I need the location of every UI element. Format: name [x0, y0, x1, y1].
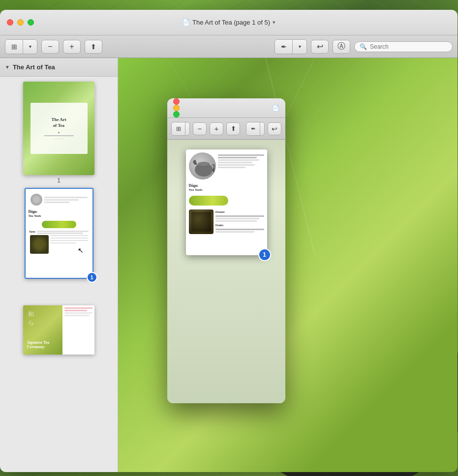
thumbnail-page-1[interactable]: The Artof Tea ✦ — — — — 1	[23, 82, 94, 184]
inner-cline-1	[215, 229, 264, 230]
second-share-icon: ⬆	[231, 125, 236, 132]
zoom-in-icon: +	[69, 42, 74, 51]
close-button[interactable]	[7, 19, 13, 26]
cover-subtitle-text: ✦	[58, 131, 60, 134]
inner-bottom-content: Chawan Chakin	[189, 209, 264, 234]
thumb2-text-line-2	[44, 199, 79, 201]
sidebar-toggle-group: ⊞ ▾	[5, 39, 37, 54]
page-1-thumbnail[interactable]: The Artof Tea ✦ — — — —	[23, 82, 94, 175]
thumbnail-list: The Artof Tea ✦ — — — — 1	[0, 77, 118, 359]
japanese-tea-title-text: Japanese TeaCeremony	[27, 340, 49, 350]
inner-cline-2	[215, 231, 254, 233]
pen-chevron-icon: ▾	[299, 44, 301, 49]
search-box[interactable]: 🔍	[354, 41, 453, 52]
page-1-label: 1	[57, 177, 61, 184]
thumb2-header	[29, 192, 90, 208]
second-page-badge: 1	[258, 248, 271, 261]
thumb2-title-area: Dōgu: Tea Tools	[29, 208, 90, 219]
second-sidebar-toggle[interactable]: ⊞	[172, 122, 185, 135]
sidebar-dropdown-button[interactable]: ▾	[23, 40, 37, 54]
jt-line-1	[64, 307, 92, 309]
thumb2-detail-rows: Kama	[29, 230, 90, 235]
second-inner-thumbnail[interactable]: Dōgu: Tea Tools Chawan Chakin	[186, 149, 267, 255]
second-zoom-in-icon: +	[214, 124, 219, 133]
fullscreen-button[interactable]	[28, 19, 34, 26]
cover-line	[44, 135, 74, 136]
thumb2-body	[29, 235, 90, 254]
second-pen-icon: ✒	[251, 125, 256, 132]
pen-button[interactable]: ✒	[275, 40, 293, 54]
sidebar-toggle-button[interactable]: ⊞	[5, 40, 23, 54]
jt-line-2	[64, 310, 87, 311]
jt-line-4	[64, 315, 90, 316]
inner-line-5	[218, 164, 255, 166]
second-zoom-out[interactable]: −	[193, 122, 207, 135]
inner-bline-3	[215, 220, 257, 222]
pen-dropdown-button[interactable]: ▾	[293, 40, 306, 54]
thumb2-section-line-2	[37, 233, 83, 234]
second-share[interactable]: ⬆	[226, 122, 240, 135]
thumb2-text-line-1	[44, 197, 88, 198]
search-icon: 🔍	[360, 43, 367, 50]
thumb2-text-line-3	[44, 202, 70, 203]
second-pen-dropdown[interactable]: ▾	[260, 122, 265, 135]
cover-title-text: The Artof Tea	[51, 117, 66, 128]
sidebar-header: ▼ The Art of Tea	[0, 58, 118, 77]
second-title-doc-icon: 📄	[272, 105, 279, 112]
second-zoom-in[interactable]: +	[210, 122, 223, 135]
main-toolbar: ⊞ ▾ − + ⬆ ✒ ▾ ↩	[0, 35, 458, 58]
inner-dogu-subtitle: Tea Tools	[189, 188, 264, 192]
document-icon: 📄	[182, 19, 190, 26]
inner-text-lines	[218, 152, 264, 179]
cover-author-text: — — — —	[54, 137, 63, 140]
inner-line-6	[218, 167, 245, 168]
second-doc-icon: 📄	[272, 105, 279, 112]
inner-spoon	[189, 196, 228, 206]
inner-thumb-top	[189, 152, 264, 179]
sidebar-collapse-icon[interactable]: ▼	[5, 64, 10, 70]
main-titlebar: 📄 The Art of Tea (page 1 of 5) ▾	[0, 10, 458, 35]
share-button[interactable]: ⬆	[85, 40, 102, 54]
zoom-in-button[interactable]: +	[63, 40, 81, 54]
page-1-cover: The Artof Tea ✦ — — — —	[31, 103, 88, 154]
search-input[interactable]	[370, 43, 447, 50]
inner-teapot-svg	[190, 154, 214, 178]
second-titlebar: 📄	[167, 98, 285, 118]
rotate-button[interactable]: ↩	[311, 40, 329, 54]
second-pen-button[interactable]: ✒	[246, 122, 260, 135]
thumb2-col-line-1	[50, 235, 88, 236]
thumb2-col-line-3	[50, 240, 88, 241]
inner-jar-inner	[191, 212, 211, 232]
second-close-button[interactable]	[173, 98, 180, 105]
thumbnail-page-2[interactable]: Dōgu: Tea Tools Kama	[25, 188, 93, 279]
page-3-thumbnail[interactable]: Japanese TeaCeremony 和ら	[23, 305, 94, 355]
window-title: 📄 The Art of Tea (page 1 of 5) ▾	[182, 19, 275, 26]
sidebar: ▼ The Art of Tea The Artof Tea ✦ — — — —…	[0, 58, 118, 472]
share-icon: ⬆	[91, 43, 96, 51]
thumb2-section-label: Kama	[30, 231, 35, 233]
title-dropdown-arrow[interactable]: ▾	[273, 19, 275, 26]
second-fullscreen-button[interactable]	[173, 111, 180, 118]
second-pen-group: ✒ ▾	[246, 122, 265, 136]
second-rotate[interactable]: ↩	[268, 122, 281, 135]
minimize-button[interactable]	[17, 19, 24, 26]
svg-point-15	[198, 162, 210, 166]
inner-line-1	[218, 154, 264, 156]
inner-chawan-label: Chawan	[215, 210, 264, 213]
inner-line-4	[218, 162, 253, 163]
japanese-tea-bg: Japanese TeaCeremony 和ら	[23, 305, 94, 355]
second-minimize-button[interactable]	[173, 105, 180, 111]
second-sidebar-icon: ⊞	[176, 125, 181, 132]
page-2-thumbnail[interactable]: Dōgu: Tea Tools Kama	[25, 188, 93, 279]
thumb2-section-line-1	[37, 231, 89, 232]
markup-button[interactable]: Ⓐ	[333, 40, 350, 54]
zoom-out-button[interactable]: −	[41, 40, 59, 54]
thumbnail-page-3[interactable]: Japanese TeaCeremony 和ら	[23, 305, 94, 355]
thumb2-text-block	[44, 197, 88, 203]
thumb2-dogu-subtitle: Tea Tools	[29, 214, 90, 217]
chevron-down-icon: ▾	[29, 44, 31, 49]
second-sidebar-toggle-group: ⊞ ▾	[171, 122, 190, 136]
inner-bline-2	[215, 218, 259, 219]
second-sidebar-dropdown[interactable]: ▾	[185, 122, 190, 135]
inner-dogu-title-area: Dōgu: Tea Tools	[189, 181, 264, 194]
